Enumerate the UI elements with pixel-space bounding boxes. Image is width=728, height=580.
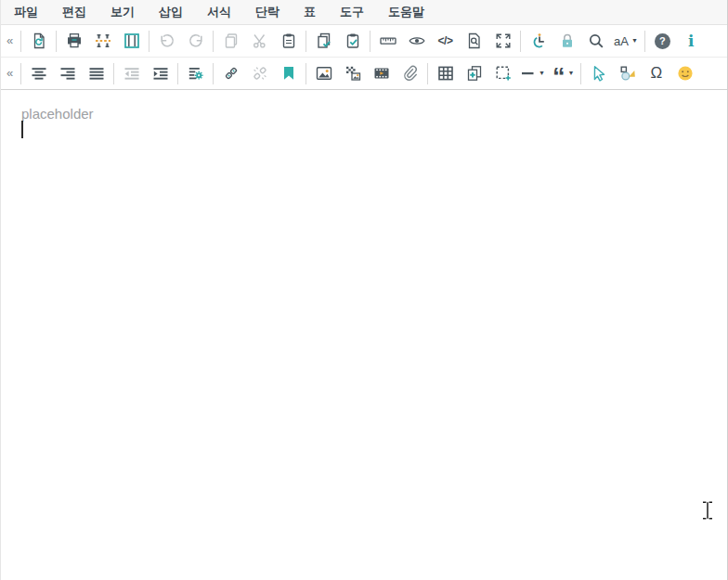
toolbar-separator (427, 63, 428, 84)
unlink-icon (251, 64, 269, 83)
ruler-button[interactable] (373, 25, 402, 57)
restore-draft-icon (30, 32, 48, 50)
accessibility-checker-button[interactable] (524, 25, 552, 57)
info-icon: i (688, 32, 694, 50)
horizontal-line-button[interactable]: ▼ (517, 58, 549, 89)
undo-icon (158, 32, 176, 50)
page-embed-icon (494, 64, 513, 83)
menu-insert[interactable]: 삽입 (147, 0, 195, 24)
toolbar-collapse-button[interactable]: « (3, 25, 17, 57)
restore-draft-button[interactable] (24, 25, 53, 57)
help-button[interactable]: ? (648, 25, 677, 57)
help-glyph: ? (655, 33, 670, 49)
shapes-icon (618, 64, 637, 83)
insert-template-button[interactable] (460, 58, 488, 89)
menu-format[interactable]: 서식 (195, 0, 243, 24)
toolbar-primary: «</>aA▼?i (1, 25, 727, 58)
menu-paragraph[interactable]: 단락 (243, 0, 292, 24)
font-size-button[interactable]: aA▼ (610, 25, 642, 57)
rich-text-editor: 파일편집보기삽입서식단락표도구도움말 «</>aA▼?i «▼“▼Ω place… (0, 0, 728, 580)
info-glyph: i (688, 32, 694, 50)
paste-button[interactable] (274, 25, 303, 57)
special-character-glyph: Ω (651, 64, 663, 83)
menu-help[interactable]: 도움말 (376, 0, 436, 24)
special-character-button[interactable]: Ω (642, 58, 670, 89)
menu-edit[interactable]: 편집 (50, 0, 98, 24)
ruler-icon (379, 32, 397, 50)
visual-blocks-icon (123, 32, 141, 50)
link-button[interactable] (216, 58, 245, 89)
outdent-button[interactable] (117, 58, 146, 89)
attachment-button[interactable] (396, 58, 424, 89)
blockquote-button[interactable]: “▼ (549, 58, 578, 89)
indent-icon (151, 64, 170, 83)
align-right-button[interactable] (53, 58, 82, 89)
lock-button[interactable] (552, 25, 581, 57)
bookmark-button[interactable] (274, 58, 303, 89)
search-icon (587, 32, 605, 50)
accessibility-checker-icon (529, 32, 548, 50)
editor-content[interactable]: placeholder (1, 90, 727, 580)
table-button[interactable] (431, 58, 460, 89)
source-code-button[interactable]: </> (431, 25, 460, 57)
select-cursor-button[interactable] (584, 58, 613, 89)
toolbar-separator (213, 63, 214, 84)
toolbar-separator (113, 63, 114, 84)
info-button[interactable]: i (677, 25, 706, 57)
clipboard-check-icon (344, 32, 362, 50)
print-button[interactable] (59, 25, 88, 57)
table-icon (436, 64, 455, 83)
image-button[interactable] (309, 58, 338, 89)
page-embed-button[interactable] (488, 58, 517, 89)
help-icon: ? (655, 33, 670, 49)
undo-button[interactable] (152, 25, 181, 57)
cut-button[interactable] (245, 25, 274, 57)
align-right-icon (58, 64, 77, 83)
align-center-button[interactable] (24, 58, 53, 89)
unlink-button[interactable] (245, 58, 274, 89)
select-cursor-icon (590, 64, 608, 83)
special-character-icon: Ω (651, 64, 663, 83)
dropdown-caret-icon: ▼ (539, 58, 545, 89)
fullscreen-icon (494, 32, 513, 50)
toolbar-separator (149, 31, 150, 52)
menu-view[interactable]: 보기 (98, 0, 147, 24)
redo-icon (187, 32, 205, 50)
indent-button[interactable] (146, 58, 175, 89)
clipboard-check-button[interactable] (338, 25, 367, 57)
media-button[interactable] (367, 58, 396, 89)
emoticon-icon (676, 64, 695, 83)
preview-button[interactable] (402, 25, 431, 57)
font-size-glyph: aA (614, 34, 629, 48)
media-icon (372, 64, 391, 83)
menubar: 파일편집보기삽입서식단락표도구도움말 (1, 0, 727, 25)
toolbar-separator (306, 31, 306, 52)
menu-file[interactable]: 파일 (2, 0, 50, 24)
toolbar-collapse-button[interactable]: « (3, 58, 17, 89)
insert-template-icon (465, 64, 484, 83)
copy-button[interactable] (216, 25, 245, 57)
cut-icon (251, 32, 269, 50)
search-button[interactable] (581, 25, 610, 57)
document-search-button[interactable] (460, 25, 488, 57)
visual-blocks-button[interactable] (117, 25, 146, 57)
shapes-button[interactable] (613, 58, 642, 89)
toolbar-separator (580, 63, 581, 84)
toolbar-separator (370, 31, 370, 52)
edit-image-button[interactable] (338, 58, 367, 89)
outdent-icon (123, 64, 141, 83)
toolbar-separator (177, 63, 178, 84)
align-justify-button[interactable] (82, 58, 110, 89)
link-icon (222, 64, 240, 83)
attachment-icon (401, 64, 420, 83)
paste-document-check-button[interactable] (309, 25, 338, 57)
page-break-button[interactable] (88, 25, 117, 57)
fullscreen-button[interactable] (488, 25, 517, 57)
menu-tools[interactable]: 도구 (328, 0, 376, 24)
format-settings-icon (187, 64, 205, 83)
document-search-icon (465, 32, 484, 50)
redo-button[interactable] (181, 25, 210, 57)
format-settings-button[interactable] (181, 58, 210, 89)
emoticon-button[interactable] (670, 58, 699, 89)
menu-table[interactable]: 표 (292, 0, 328, 24)
